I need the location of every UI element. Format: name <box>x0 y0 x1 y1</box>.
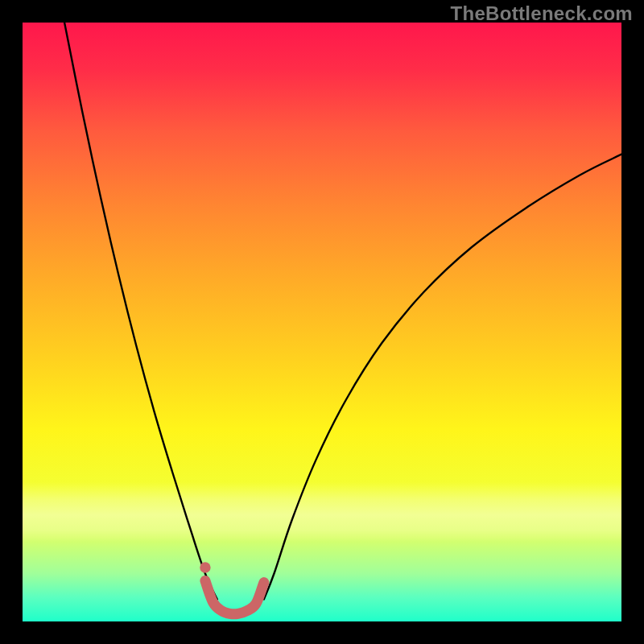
curve-left-arm <box>64 23 217 599</box>
chart-curves-svg <box>23 23 621 621</box>
trough-dot-lower <box>204 584 213 594</box>
chart-plot-area <box>23 23 621 621</box>
watermark-text: TheBottleneck.com <box>451 2 633 25</box>
curve-trough-highlight <box>205 580 264 613</box>
curve-right-arm <box>264 155 621 600</box>
trough-dot-upper <box>200 562 210 572</box>
